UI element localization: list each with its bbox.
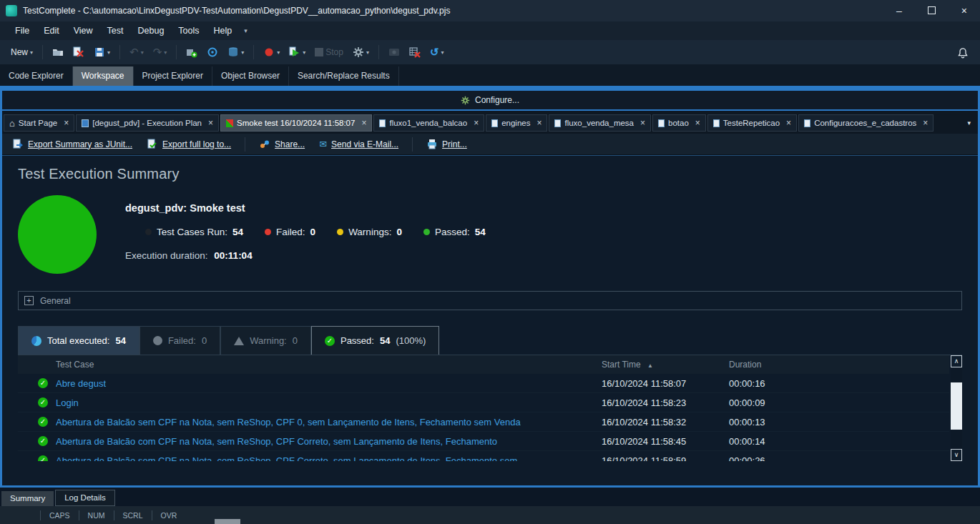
scrl-indicator: SCRL <box>114 510 152 520</box>
table-row[interactable]: ✓ Login 16/10/2024 11:58:23 00:00:09 <box>18 393 949 412</box>
add-item-button[interactable] <box>182 44 201 61</box>
column-duration[interactable]: Duration <box>729 360 949 370</box>
stats-row: Test Cases Run: 54 Failed: 0 Warnings: 0 <box>145 227 486 237</box>
test-case-link[interactable]: Abre degust <box>56 378 602 389</box>
chevron-down-icon: ▾ <box>441 49 444 56</box>
close-tab-icon[interactable]: × <box>923 118 928 128</box>
tab-summary[interactable]: Summary <box>1 491 54 506</box>
vertical-scrollbar[interactable]: ∧ ∨ <box>951 355 962 461</box>
close-tab-icon[interactable]: × <box>361 118 366 128</box>
table-row[interactable]: ✓ Abertura de Balcão com CPF na Nota, se… <box>18 432 949 451</box>
close-tab-icon[interactable]: × <box>640 118 645 128</box>
record-button[interactable]: ▾ <box>260 44 283 61</box>
action-label: Print... <box>442 139 467 149</box>
close-tab-icon[interactable]: × <box>64 118 69 128</box>
close-button[interactable]: × <box>961 6 967 16</box>
tab-code-explorer[interactable]: Code Explorer <box>0 66 73 86</box>
chevron-down-icon: ▾ <box>30 49 33 56</box>
checkpoint-button[interactable] <box>203 44 222 61</box>
save-icon <box>94 46 105 58</box>
column-test-case[interactable]: Test Case <box>18 360 602 370</box>
filter-tab-failed[interactable]: Failed: 0 <box>139 326 220 355</box>
menu-debug[interactable]: Debug <box>132 23 171 39</box>
configure-link[interactable]: Configure... <box>475 95 519 105</box>
doc-tab-execution-plan[interactable]: [degust_pdv] - Execution Plan × <box>76 114 219 132</box>
maximize-button[interactable] <box>928 6 936 16</box>
save-button[interactable]: ▾ <box>90 44 114 61</box>
new-button[interactable]: New ▾ <box>7 44 36 60</box>
tab-object-browser[interactable]: Object Browser <box>212 66 289 86</box>
chevron-down-icon: ▾ <box>303 49 305 56</box>
scroll-down-icon[interactable]: ∨ <box>951 449 962 461</box>
menu-view[interactable]: View <box>67 23 99 39</box>
general-expander[interactable]: + General <box>18 291 962 310</box>
tab-overflow-button[interactable]: ▾ <box>961 119 976 127</box>
menu-test[interactable]: Test <box>101 23 130 39</box>
test-case-link[interactable]: Login <box>56 397 602 408</box>
doc-tab-start-page[interactable]: ⌂ Start Page × <box>4 114 74 132</box>
send-email-button[interactable]: ✉ Send via E-Mail... <box>315 137 403 152</box>
filter-tab-total[interactable]: Total executed: 54 <box>18 326 139 355</box>
envelope-icon: ✉ <box>319 139 327 149</box>
test-case-link[interactable]: Abertura de Balcão sem CPF na Nota, com … <box>56 455 602 462</box>
chevron-down-icon: ▾ <box>107 49 110 56</box>
remove-results-button[interactable] <box>406 44 424 61</box>
menu-edit[interactable]: Edit <box>37 23 66 39</box>
run-button[interactable]: ▾ <box>285 44 309 61</box>
export-junit-button[interactable]: Export Summary as JUnit... <box>8 137 137 152</box>
screenshot-button[interactable] <box>385 44 403 61</box>
column-start-time[interactable]: Start Time ▲ <box>602 360 729 370</box>
menu-overflow-icon[interactable]: ▾ <box>240 27 252 34</box>
close-tab-icon[interactable]: × <box>695 118 700 128</box>
filter-tab-passed[interactable]: ✓ Passed: 54 (100%) <box>311 326 439 355</box>
table-row[interactable]: ✓ Abertura de Balcão sem CPF na Nota, co… <box>18 451 949 461</box>
close-tab-icon[interactable]: × <box>474 118 479 128</box>
table-row[interactable]: ✓ Abertura de Balcão sem CPF na Nota, se… <box>18 412 949 432</box>
checkpoint-target-icon <box>207 46 218 58</box>
minimize-button[interactable]: – <box>896 6 902 16</box>
close-file-button[interactable] <box>69 44 88 61</box>
notifications-button[interactable] <box>957 46 973 59</box>
stop-button[interactable]: Stop <box>311 44 347 60</box>
doc-tab-engines[interactable]: engines × <box>486 114 547 132</box>
doc-tab-configuracoes-e-cadastros[interactable]: Configuracoes_e_cadastros × <box>798 114 934 132</box>
tab-search-replace-results[interactable]: Search/Replace Results <box>289 66 399 86</box>
stat-label: Passed: <box>435 227 470 237</box>
menu-file[interactable]: File <box>9 23 36 39</box>
title-bar: TestComplete - C:\automacao\LinxDegustPD… <box>0 0 980 21</box>
action-label: Export full log to... <box>162 139 231 149</box>
scrollbar-thumb[interactable] <box>951 382 962 430</box>
doc-tab-botao[interactable]: botao × <box>652 114 706 132</box>
menu-help[interactable]: Help <box>207 23 239 39</box>
warning-triangle-icon <box>234 337 244 345</box>
tab-log-details[interactable]: Log Details <box>55 490 115 506</box>
data-generator-button[interactable]: ▾ <box>224 44 248 61</box>
export-junit-icon <box>12 139 24 150</box>
scroll-up-icon[interactable]: ∧ <box>951 355 962 367</box>
filter-tab-warning[interactable]: Warning: 0 <box>220 326 311 355</box>
share-button[interactable]: Share... <box>255 137 309 152</box>
revert-button[interactable]: ↺ ▾ <box>426 44 448 61</box>
doc-tab-testerepeticao[interactable]: TesteRepeticao × <box>707 114 797 132</box>
export-full-log-button[interactable]: Export full log to... <box>142 137 235 152</box>
window-controls: – × <box>896 6 974 16</box>
print-button[interactable]: Print... <box>422 137 471 152</box>
tab-project-explorer[interactable]: Project Explorer <box>134 66 212 86</box>
doc-tab-fluxo-venda-mesa[interactable]: fluxo_venda_mesa × <box>549 114 651 132</box>
close-tab-icon[interactable]: × <box>536 118 542 128</box>
debug-services-button[interactable]: ▾ <box>349 44 373 61</box>
test-case-link[interactable]: Abertura de Balcão com CPF na Nota, sem … <box>56 436 602 447</box>
open-file-button[interactable] <box>49 44 67 61</box>
menu-tools[interactable]: Tools <box>172 23 205 39</box>
close-tab-icon[interactable]: × <box>208 118 213 128</box>
undo-button[interactable]: ↶ ▾ <box>126 44 147 61</box>
close-tab-icon[interactable]: × <box>786 118 791 128</box>
doc-tab-smoke-test-log[interactable]: Smoke test 16/10/2024 11:58:07 × <box>220 114 372 132</box>
expand-plus-icon[interactable]: + <box>24 296 34 305</box>
duration-value: 00:11:04 <box>214 250 252 261</box>
doc-tab-fluxo1-venda-balcao[interactable]: fluxo1_venda_balcao × <box>373 114 484 132</box>
redo-button[interactable]: ↷ ▾ <box>150 44 171 61</box>
tab-workspace[interactable]: Workspace <box>73 66 134 86</box>
test-case-link[interactable]: Abertura de Balcão sem CPF na Nota, sem … <box>56 417 602 427</box>
table-row[interactable]: ✓ Abre degust 16/10/2024 11:58:07 00:00:… <box>18 374 949 393</box>
